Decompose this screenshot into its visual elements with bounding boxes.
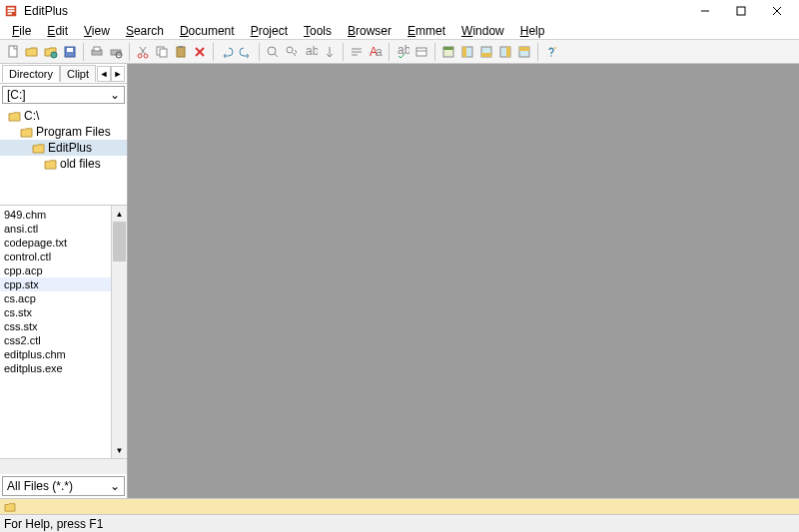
folder-icon [20, 127, 33, 138]
tree-item-label: old files [60, 157, 101, 171]
maximize-button[interactable] [723, 0, 759, 22]
menu-edit[interactable]: Edit [39, 22, 76, 40]
file-item[interactable]: codepage.txt [0, 236, 127, 250]
tab-scroll-left[interactable]: ◄ [97, 66, 111, 82]
menu-tools[interactable]: Tools [296, 22, 340, 40]
sidebar: Directory Clipt ◄ ► [C:] ⌄ C:\Program Fi… [0, 64, 128, 498]
chevron-down-icon: ⌄ [110, 88, 120, 102]
cliptext-button[interactable] [496, 43, 514, 61]
menu-bar: FileEditViewSearchDocumentProjectToolsBr… [0, 22, 799, 40]
tab-directory[interactable]: Directory [2, 65, 60, 82]
spell-check-button[interactable]: ab [394, 43, 411, 61]
menu-view[interactable]: View [76, 22, 118, 40]
drive-label: [C:] [7, 88, 26, 102]
svg-line-27 [275, 54, 278, 57]
svg-rect-45 [506, 47, 510, 57]
menu-search[interactable]: Search [118, 22, 172, 40]
tree-item[interactable]: EditPlus [0, 140, 127, 156]
file-item[interactable]: cs.stx [0, 305, 127, 319]
help-button[interactable] [542, 43, 560, 61]
file-item[interactable]: css.stx [0, 319, 127, 333]
minimize-button[interactable] [687, 0, 723, 22]
tree-item[interactable]: C:\ [0, 108, 127, 124]
word-wrap-button[interactable] [348, 43, 366, 61]
menu-project[interactable]: Project [243, 22, 296, 40]
svg-point-9 [51, 52, 57, 58]
menu-window[interactable]: Window [453, 22, 512, 40]
folder-icon [44, 159, 57, 170]
new-file-button[interactable] [4, 43, 22, 61]
toolbar-separator [213, 43, 214, 61]
file-list-hscroll[interactable] [0, 458, 127, 474]
status-bar: For Help, press F1 [0, 514, 799, 532]
status-text: For Help, press F1 [4, 517, 103, 531]
goto-line-button[interactable] [321, 43, 339, 61]
file-list-scrollbar[interactable]: ▲ ▼ [111, 206, 127, 458]
folder-icon [8, 111, 21, 122]
directory-button[interactable] [458, 43, 476, 61]
open-file-button[interactable] [23, 43, 41, 61]
print-button[interactable] [88, 43, 106, 61]
svg-rect-47 [519, 47, 529, 51]
file-filter-selector[interactable]: All Files (*.*) ⌄ [2, 476, 125, 496]
svg-rect-23 [179, 46, 183, 48]
open-remote-button[interactable] [42, 43, 60, 61]
menu-emmet[interactable]: Emmet [400, 22, 453, 40]
file-item[interactable]: cs.acp [0, 291, 127, 305]
svg-rect-41 [462, 47, 466, 57]
delete-button[interactable] [191, 43, 209, 61]
tree-item[interactable]: old files [0, 156, 127, 172]
toolbar-separator [129, 43, 130, 61]
file-item[interactable]: ansi.ctl [0, 222, 127, 236]
folder-icon [32, 143, 45, 154]
preferences-button[interactable] [412, 43, 430, 61]
print-preview-button[interactable] [107, 43, 125, 61]
svg-point-49 [554, 47, 556, 49]
replace-button[interactable]: ab [302, 43, 320, 61]
file-item[interactable]: control.ctl [0, 250, 127, 264]
file-item[interactable]: editplus.chm [0, 347, 127, 361]
tab-cliptext[interactable]: Clipt [60, 65, 96, 82]
menu-help[interactable]: Help [512, 22, 553, 40]
cut-button[interactable] [134, 43, 152, 61]
paste-button[interactable] [172, 43, 190, 61]
menu-browser[interactable]: Browser [340, 22, 400, 40]
file-item[interactable]: css2.ctl [0, 333, 127, 347]
tree-item[interactable]: Program Files [0, 124, 127, 140]
sidebar-tabs: Directory Clipt ◄ ► [0, 64, 127, 84]
tree-item-label: EditPlus [48, 141, 92, 155]
file-item[interactable]: editplus.exe [0, 361, 127, 375]
output-button[interactable] [477, 43, 495, 61]
drive-selector[interactable]: [C:] ⌄ [2, 86, 125, 104]
browser-button[interactable] [439, 43, 457, 61]
svg-rect-2 [8, 10, 15, 12]
copy-button[interactable] [153, 43, 171, 61]
save-button[interactable] [61, 43, 79, 61]
file-item[interactable]: cpp.stx [0, 277, 127, 291]
scroll-down-icon[interactable]: ▼ [112, 442, 127, 458]
find-button[interactable] [264, 43, 282, 61]
file-item[interactable]: cpp.acp [0, 264, 127, 277]
find-next-button[interactable] [283, 43, 301, 61]
menu-file[interactable]: File [4, 22, 39, 40]
toolbar-separator [434, 43, 435, 61]
scroll-thumb[interactable] [113, 222, 126, 262]
file-item[interactable]: 949.chm [0, 208, 127, 222]
menu-document[interactable]: Document [172, 22, 243, 40]
toolbar-separator [259, 43, 260, 61]
tab-scroll-right[interactable]: ► [111, 66, 125, 82]
svg-point-26 [268, 47, 276, 55]
filter-label: All Files (*.*) [7, 479, 73, 493]
tree-item-label: Program Files [36, 125, 111, 139]
svg-rect-13 [94, 47, 100, 51]
font-settings-button[interactable]: Aa [367, 43, 385, 61]
document-selector-button[interactable] [515, 43, 533, 61]
toolbar: ab Aa ab [0, 40, 799, 64]
scroll-up-icon[interactable]: ▲ [112, 206, 127, 222]
main-area: Directory Clipt ◄ ► [C:] ⌄ C:\Program Fi… [0, 64, 799, 498]
undo-button[interactable] [218, 43, 236, 61]
redo-button[interactable] [237, 43, 255, 61]
close-button[interactable] [759, 0, 795, 22]
app-icon [4, 4, 18, 18]
svg-point-48 [550, 55, 552, 57]
